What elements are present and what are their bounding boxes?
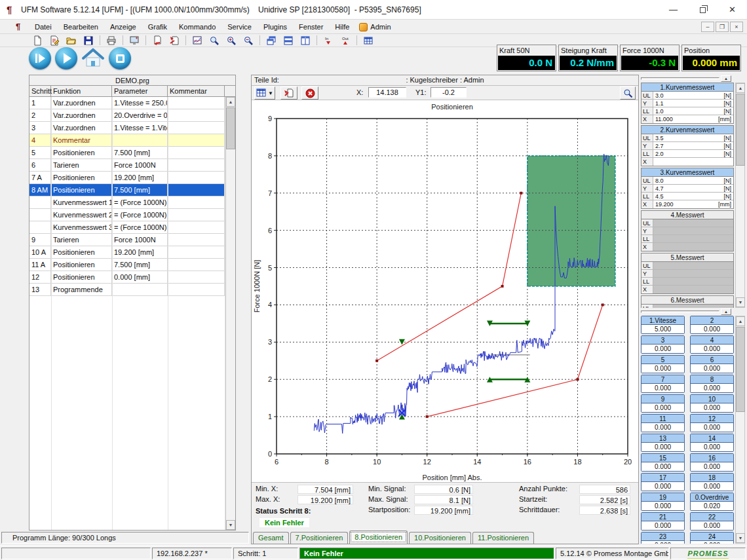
table-row[interactable]: 3Var.zuordnen1.Vitesse = 1.Vites: [29, 122, 235, 134]
table-row[interactable]: 1Var.zuordnen1.Vitesse = 250.00: [29, 97, 235, 109]
variable-22[interactable]: 220.000: [690, 512, 734, 531]
scroll-down-icon[interactable]: ▼: [736, 297, 745, 307]
measurement-value[interactable]: [653, 158, 733, 166]
chart-zoom-button[interactable]: [620, 86, 636, 100]
table-row[interactable]: 9TarierenForce 1000N: [29, 234, 235, 246]
measurement-value[interactable]: [653, 262, 733, 269]
measurement-value[interactable]: [653, 219, 733, 227]
variable-10[interactable]: 100.000: [690, 394, 734, 413]
table-row[interactable]: 4Kommentar: [29, 134, 235, 147]
import-page-icon[interactable]: [166, 34, 183, 47]
program-scrollbar[interactable]: ▲ ▼: [225, 97, 235, 530]
screen-settings-icon[interactable]: [126, 34, 143, 47]
variable-21[interactable]: 210.000: [641, 512, 685, 531]
menu-item-anzeige[interactable]: Anzeige: [104, 20, 142, 34]
data-table-icon[interactable]: [360, 34, 377, 47]
table-row[interactable]: Kurvenmesswert 1= (Force 1000N) E: [29, 196, 235, 209]
measurement-value[interactable]: 19.200[mm]: [653, 200, 733, 208]
minimize-button[interactable]: —: [659, 0, 688, 20]
measurement-value[interactable]: 1.1[N]: [653, 100, 733, 107]
mdi-minimize-button[interactable]: –: [701, 22, 714, 32]
tile-horizontal-icon[interactable]: [280, 34, 297, 47]
measurement-value[interactable]: [653, 227, 733, 234]
splitter-track[interactable]: [641, 310, 719, 313]
table-row[interactable]: 5Positionieren7.500 [mm]: [29, 147, 235, 159]
tab-11-positionieren[interactable]: 11.Positionieren: [472, 532, 534, 544]
variable-19[interactable]: 190.000: [641, 493, 685, 511]
restore-button[interactable]: [688, 0, 718, 20]
tab-10-positionieren[interactable]: 10.Positionieren: [409, 532, 471, 544]
mdi-close-button[interactable]: ×: [730, 22, 743, 32]
variable-14[interactable]: 140.000: [690, 434, 734, 452]
variables-scrollbar[interactable]: ▲ ▼: [735, 316, 745, 544]
measurement-value[interactable]: 8.0[N]: [653, 177, 733, 184]
export-page-icon[interactable]: [149, 34, 166, 47]
measurement-value[interactable]: 11.000[mm]: [653, 115, 733, 123]
variable-13[interactable]: 130.000: [641, 434, 685, 452]
mdi-restore-button[interactable]: ❐: [716, 22, 729, 32]
print-icon[interactable]: [103, 34, 120, 47]
cursor-x-value[interactable]: 14.138: [368, 87, 406, 98]
measurement-value[interactable]: 4.5[N]: [653, 193, 733, 200]
grid-table-button[interactable]: ▼: [254, 86, 275, 100]
variable-3[interactable]: 30.000: [641, 335, 685, 354]
table-row[interactable]: 10 APositionieren19.200 [mm]: [29, 246, 235, 259]
column-header-funktion[interactable]: Funktion: [51, 86, 112, 96]
splitter-track[interactable]: [641, 77, 719, 80]
table-row[interactable]: 8 AMPositionieren7.500 [mm]: [29, 184, 235, 196]
table-row[interactable]: 13Programmende: [29, 284, 235, 296]
variable-24[interactable]: 240.000: [690, 532, 734, 544]
menu-item-datei[interactable]: Datei: [29, 20, 58, 34]
table-row[interactable]: 11 APositionieren7.500 [mm]: [29, 259, 235, 271]
variable-11[interactable]: 110.000: [641, 414, 685, 432]
cursor-y1-value[interactable]: -0.2: [431, 87, 467, 98]
tile-vertical-icon[interactable]: [297, 34, 314, 47]
splitter-collapse-button[interactable]: ▲: [721, 75, 731, 82]
new-document-icon[interactable]: [29, 34, 46, 47]
variable-9[interactable]: 90.000: [641, 394, 685, 413]
scroll-down-icon[interactable]: ▼: [736, 533, 745, 543]
scrollbar-thumb[interactable]: [736, 94, 745, 166]
variable-8[interactable]: 80.000: [690, 375, 734, 393]
zoom-out-icon[interactable]: [240, 34, 257, 47]
cancel-button[interactable]: [301, 86, 318, 100]
variable-12[interactable]: 120.000: [690, 414, 734, 432]
variable-6[interactable]: 60.000: [690, 355, 734, 373]
open-folder-icon[interactable]: [63, 34, 80, 47]
table-row[interactable]: Kurvenmesswert 3= (Force 1000N) F: [29, 221, 235, 234]
variable-4[interactable]: 40.000: [690, 335, 734, 354]
table-row[interactable]: 7 APositionieren19.200 [mm]: [29, 172, 235, 184]
measurement-value[interactable]: 3.5[N]: [653, 134, 733, 141]
stop-button[interactable]: [109, 47, 131, 69]
menu-user[interactable]: Admin: [355, 20, 394, 34]
scrollbar-thumb[interactable]: [226, 107, 235, 149]
scrollbar-thumb[interactable]: [736, 327, 745, 412]
measurement-value[interactable]: [653, 286, 733, 293]
close-button[interactable]: ✕: [718, 0, 747, 20]
chart-plot-area[interactable]: Positionieren681012141618200123456789For…: [252, 100, 638, 483]
cascade-windows-icon[interactable]: [263, 34, 280, 47]
measurement-value[interactable]: 2.7[N]: [653, 142, 733, 149]
menu-item-hilfe[interactable]: Hilfe: [329, 20, 355, 34]
tab-8-positionieren[interactable]: 8.Positionieren: [349, 531, 408, 544]
measurement-value[interactable]: 2.0[N]: [653, 150, 733, 157]
variable-23[interactable]: 230.000: [641, 532, 685, 544]
chart-view-icon[interactable]: [189, 34, 206, 47]
scroll-up-icon[interactable]: ▲: [736, 83, 745, 93]
menu-item-kommando[interactable]: Kommando: [173, 20, 221, 34]
variable-2[interactable]: 20.000: [690, 316, 734, 334]
step-button[interactable]: [29, 47, 51, 69]
save-icon[interactable]: [80, 34, 97, 47]
menu-item-grafik[interactable]: Grafik: [142, 20, 173, 34]
zoom-in-icon[interactable]: [223, 34, 240, 47]
measurement-value[interactable]: [653, 278, 733, 285]
play-button[interactable]: [55, 47, 77, 69]
measurement-value[interactable]: 4.7[N]: [653, 185, 733, 192]
copy-curve-button[interactable]: [280, 86, 297, 100]
scroll-up-icon[interactable]: ▲: [736, 316, 745, 326]
measurement-value[interactable]: 3.0[N]: [653, 92, 733, 99]
measurement-value[interactable]: [653, 243, 733, 251]
measurement-value[interactable]: [653, 270, 733, 277]
menu-item-bearbeiten[interactable]: Bearbeiten: [58, 20, 104, 34]
table-row[interactable]: 12Positionieren0.000 [mm]: [29, 271, 235, 284]
